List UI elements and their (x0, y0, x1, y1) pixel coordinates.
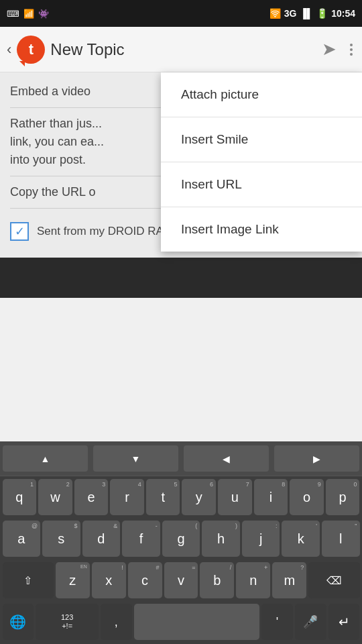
menu-item-insert-url[interactable]: Insert URL (161, 162, 362, 207)
page-title: New Topic (50, 40, 124, 59)
dot1 (350, 44, 353, 46)
keyboard-row-2: @a $s &d -f (g )h :j 'k "l (0, 518, 362, 559)
sim-icon: 📶 (23, 9, 34, 19)
space-key[interactable] (134, 604, 259, 640)
app-bar-actions: ➤ (322, 39, 355, 60)
key-u[interactable]: 7u (218, 479, 252, 515)
key-d[interactable]: &d (82, 521, 121, 557)
status-bar-right: 🛜 3G ▐▌ 🔋 10:54 (269, 8, 355, 19)
nav-left-button[interactable]: ◀ (184, 445, 269, 472)
period-key[interactable]: ' (261, 604, 293, 640)
copy-url-text: Copy the URL o (10, 185, 95, 199)
key-m[interactable]: ?m (272, 562, 306, 598)
key-c[interactable]: #c (128, 562, 162, 598)
dot3 (350, 53, 353, 56)
key-j[interactable]: :j (242, 521, 280, 557)
keyboard-row-3: ⇧ ENz !x #c =v /b +n ?m ⌫ (0, 559, 362, 601)
key-i[interactable]: 8i (254, 479, 288, 515)
nav-up-button[interactable]: ▲ (3, 445, 88, 472)
key-h[interactable]: )h (202, 521, 240, 557)
keyboard-row-1: 1q 2w 3e 4r 5t 6y 7u 8i 9o 0p (0, 476, 362, 518)
keyboard-bottom-row: 🌐 123+!= , ' 🎤 ↵ (0, 601, 362, 644)
numbers-button[interactable]: 123+!= (36, 604, 99, 640)
key-g[interactable]: (g (162, 521, 200, 557)
content-area: Embed a video Rather than jus...link, yo… (0, 72, 362, 258)
keyboard: ▲ ▼ ◀ ▶ 1q 2w 3e 4r 5t 6y 7u 8i 9o 0p @a… (0, 441, 362, 644)
network-label: 3G (284, 8, 297, 19)
key-y[interactable]: 6y (182, 479, 216, 515)
dropdown-menu: Attach picture Insert Smile Insert URL I… (161, 72, 362, 252)
key-w[interactable]: 2w (38, 479, 72, 515)
app-logo: t (17, 36, 45, 64)
comma-key[interactable]: , (101, 604, 132, 640)
backspace-button[interactable]: ⌫ (308, 562, 359, 598)
menu-item-insert-smile[interactable]: Insert Smile (161, 117, 362, 162)
key-v[interactable]: =v (164, 562, 198, 598)
send-button[interactable]: ➤ (322, 39, 337, 60)
key-r[interactable]: 4r (110, 479, 144, 515)
emoji-button[interactable]: 🌐 (3, 604, 34, 640)
nav-down-button[interactable]: ▼ (93, 445, 178, 472)
app-bar: ‹ t New Topic ➤ (0, 27, 362, 72)
check-icon: ✓ (15, 224, 25, 239)
key-o[interactable]: 9o (290, 479, 324, 515)
key-k[interactable]: 'k (282, 521, 320, 557)
key-f[interactable]: -f (122, 521, 160, 557)
menu-item-attach-picture[interactable]: Attach picture (161, 72, 362, 117)
signal-icon: ▐▌ (300, 8, 313, 19)
key-z[interactable]: ENz (56, 562, 90, 598)
status-bar: ⌨ 📶 👾 🛜 3G ▐▌ 🔋 10:54 (0, 0, 362, 27)
key-x[interactable]: !x (92, 562, 126, 598)
key-b[interactable]: /b (200, 562, 234, 598)
mic-button[interactable]: 🎤 (295, 604, 326, 640)
key-p[interactable]: 0p (326, 479, 360, 515)
back-button[interactable]: ‹ (7, 41, 11, 58)
keyboard-nav-row: ▲ ▼ ◀ ▶ (0, 441, 362, 476)
shift-button[interactable]: ⇧ (3, 562, 54, 598)
key-t[interactable]: 5t (146, 479, 180, 515)
wifi-icon: 🛜 (269, 8, 281, 19)
key-e[interactable]: 3e (74, 479, 109, 515)
battery-icon: 🔋 (316, 8, 328, 19)
key-a[interactable]: @a (3, 521, 41, 557)
alien-icon: 👾 (38, 9, 49, 19)
embed-video-text: Embed a video (10, 85, 90, 98)
app-bar-left: ‹ t New Topic (7, 36, 322, 64)
signature-checkbox[interactable]: ✓ (10, 222, 29, 241)
time-display: 10:54 (331, 8, 355, 19)
status-bar-left: ⌨ 📶 👾 (7, 9, 49, 19)
logo-letter: t (29, 41, 34, 58)
key-l[interactable]: "l (322, 521, 360, 557)
menu-item-insert-image-link[interactable]: Insert Image Link (161, 207, 362, 252)
nav-right-button[interactable]: ▶ (274, 445, 359, 472)
key-n[interactable]: +n (236, 562, 270, 598)
keyboard-icon: ⌨ (7, 9, 19, 19)
key-q[interactable]: 1q (3, 479, 37, 515)
more-options-button[interactable] (347, 41, 355, 58)
key-s[interactable]: $s (42, 521, 80, 557)
enter-button[interactable]: ↵ (328, 604, 360, 640)
dot2 (350, 48, 353, 51)
dark-strip (0, 258, 362, 298)
